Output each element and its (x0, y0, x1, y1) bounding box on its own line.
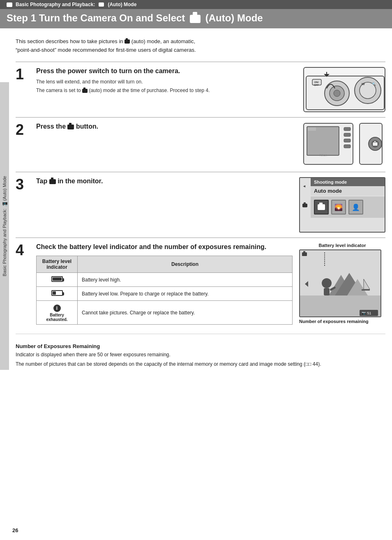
title-camera-icon (190, 15, 201, 23)
main-content: This section describes how to take pictu… (9, 28, 392, 377)
svg-point-3 (334, 90, 340, 97)
step-1-sub2: The camera is set to (auto) mode at the … (36, 87, 297, 95)
svg-text:📷 51: 📷 51 (362, 311, 371, 316)
top-header-bar: Basic Photography and Playback: (Auto) M… (0, 0, 392, 9)
camera-top-diagram: ON/ OFF W 🔍 (303, 67, 385, 112)
battery-low-icon-cell (37, 287, 78, 301)
step2-cam-icon (67, 125, 74, 129)
svg-rect-24 (374, 141, 376, 142)
svg-point-34 (322, 278, 332, 288)
step-3-image: Shooting mode Auto mode (299, 177, 385, 233)
step-2-number: 2 (16, 122, 32, 137)
table-col2-header: Description (78, 256, 293, 273)
step-2-image: Nikon (303, 122, 385, 167)
svg-rect-26 (302, 252, 307, 256)
camera-preview-diagram: 📷 51 (299, 249, 381, 317)
battery-low-icon (51, 290, 63, 296)
intro-paragraph: This section describes how to take pictu… (16, 37, 385, 55)
svg-rect-19 (344, 145, 350, 148)
svg-rect-23 (373, 142, 378, 146)
shooting-icon-scene: 🌄 (331, 200, 346, 215)
main-title-bar: Step 1 Turn the Camera On and Select (Au… (0, 9, 392, 28)
shooting-mode-header: Shooting mode (311, 178, 385, 186)
step-1-sub1: The lens will extend, and the monitor wi… (36, 78, 297, 86)
intro-cam-icon (125, 39, 130, 44)
header-camera-icon (7, 2, 12, 7)
shooting-icon-portrait: 👤 (348, 200, 363, 215)
step1-cam-icon (82, 89, 88, 93)
svg-text:W: W (362, 82, 365, 86)
step-1-image: ON/ OFF W 🔍 (303, 67, 385, 112)
table-row: Battery level low. Prepare to charge or … (37, 287, 293, 301)
svg-rect-17 (344, 133, 350, 136)
battery-level-indicator-label: Battery level indicator (299, 243, 385, 248)
exposures-note-2: The number of pictures that can be store… (16, 360, 385, 368)
auto-mode-label: Auto mode (311, 186, 385, 196)
svg-text:OFF: OFF (314, 84, 319, 86)
svg-text:🔍: 🔍 (372, 82, 376, 86)
sidebar-label: Basic Photography and Playback: 📷 (Auto)… (2, 176, 7, 276)
battery-table: Battery level indicator Description Batt… (36, 256, 293, 325)
table-row: i Battery exhausted. Cannot take picture… (37, 301, 293, 325)
battery-low-desc: Battery level low. Prepare to charge or … (78, 287, 293, 301)
svg-rect-18 (344, 139, 350, 142)
svg-rect-14 (308, 127, 316, 131)
step-1: 1 Press the power switch to turn on the … (16, 62, 385, 117)
battery-full-icon-cell (37, 273, 78, 287)
step-4-image: Battery level indicator (299, 243, 385, 325)
step-3-heading: Tap in the monitor. (36, 177, 293, 186)
number-exposures-label: Number of exposures remaining (299, 319, 385, 324)
exposures-note-1: Indicator is displayed when there are 50… (16, 351, 385, 359)
battery-exhausted-label: Battery exhausted. (41, 313, 73, 322)
step-3-content: Tap in the monitor. (36, 177, 293, 188)
exposures-heading: Number of Exposures Remaining (16, 343, 385, 349)
svg-text:ON/: ON/ (314, 81, 319, 83)
step-1-heading: Press the power switch to turn on the ca… (36, 67, 297, 76)
main-title: Step 1 Turn the Camera On and Select (Au… (7, 12, 263, 24)
step-2-heading: Press the button. (36, 122, 296, 131)
shooting-icon-auto (314, 200, 329, 215)
svg-rect-13 (307, 127, 339, 155)
battery-exhausted-icon-cell: i Battery exhausted. (37, 301, 78, 325)
header-camera-icon2 (99, 2, 104, 7)
svg-rect-27 (303, 251, 305, 252)
step-4-number: 4 (16, 243, 32, 258)
header-mode: (Auto) Mode (108, 2, 136, 7)
header-title: Basic Photography and Playback: (16, 2, 95, 7)
step-4-heading: Check the battery level indicator and th… (36, 243, 293, 252)
step-1-number: 1 (16, 67, 32, 82)
svg-rect-35 (324, 288, 330, 295)
table-row: Battery level high. (37, 273, 293, 287)
battery-exhausted-desc: Cannot take pictures. Charge or replace … (78, 301, 293, 325)
svg-rect-16 (344, 127, 350, 131)
step3-cam-icon (49, 179, 56, 184)
page-number: 26 (12, 527, 18, 533)
step-2: 2 Press the button. (16, 117, 385, 172)
step-4-content: Check the battery level indicator and th… (36, 243, 293, 325)
battery-full-desc: Battery level high. (78, 273, 293, 287)
sidebar: Basic Photography and Playback: 📷 (Auto)… (0, 82, 9, 370)
step-3-number: 3 (16, 177, 32, 192)
table-col1-header: Battery level indicator (37, 256, 78, 273)
step-3: 3 Tap in the monitor. (16, 172, 385, 238)
step-2-content: Press the button. (36, 122, 296, 134)
step-4: 4 Check the battery level indicator and … (16, 238, 385, 330)
svg-text:Nikon: Nikon (320, 154, 327, 157)
battery-exhausted-icon: i (53, 305, 61, 312)
step-1-content: Press the power switch to turn on the ca… (36, 67, 297, 95)
battery-full-icon (51, 276, 63, 282)
exposures-section: Number of Exposures Remaining Indicator … (16, 334, 385, 368)
